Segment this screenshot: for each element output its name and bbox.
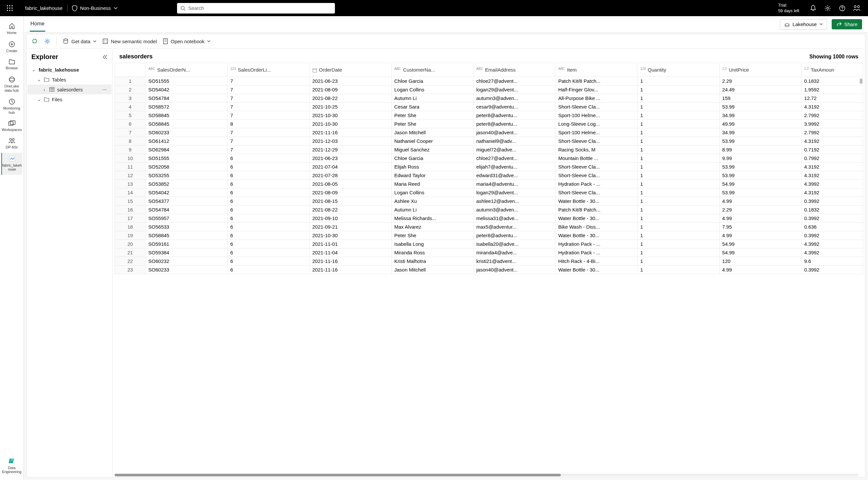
data-cell[interactable]: 53.99: [719, 163, 801, 171]
data-cell[interactable]: SO58572: [146, 103, 227, 111]
settings-gear-button[interactable]: [44, 38, 51, 44]
column-header[interactable]: ABCCustomerNa...: [392, 63, 473, 77]
data-cell[interactable]: 1: [638, 154, 719, 163]
data-cell[interactable]: Logan Collins: [392, 188, 473, 197]
data-cell[interactable]: Hydration Pack - ...: [556, 240, 638, 248]
data-cell[interactable]: 4.99: [719, 266, 801, 274]
data-cell[interactable]: jason40@advent...: [473, 266, 555, 274]
data-cell[interactable]: Melissa Richards...: [392, 214, 473, 223]
share-button[interactable]: Share: [832, 19, 862, 29]
data-cell[interactable]: cesar9@adventu...: [473, 103, 555, 111]
data-cell[interactable]: Short-Sleeve Cla...: [556, 103, 638, 111]
data-cell[interactable]: SO62984: [146, 145, 227, 154]
data-cell[interactable]: SO58845: [146, 111, 227, 120]
data-cell[interactable]: SO51555: [146, 77, 227, 85]
data-cell[interactable]: SO55957: [146, 214, 227, 223]
data-cell[interactable]: 7: [227, 103, 309, 111]
data-cell[interactable]: 7: [227, 137, 309, 145]
data-cell[interactable]: 1: [638, 180, 719, 188]
data-cell[interactable]: 53.99: [719, 137, 801, 145]
data-cell[interactable]: Mountain Bottle ...: [556, 154, 638, 163]
table-row[interactable]: 15SO5437762021-08-15Ashlee Xuashlee12@ad…: [115, 197, 863, 206]
data-cell[interactable]: Short-Sleeve Cla...: [556, 171, 638, 180]
data-cell[interactable]: 2021-11-16: [309, 257, 392, 266]
data-cell[interactable]: 6: [227, 257, 309, 266]
data-cell[interactable]: miranda4@adve...: [473, 248, 555, 257]
column-header[interactable]: 1.2UnitPrice: [719, 63, 801, 77]
data-cell[interactable]: SO59384: [146, 248, 227, 257]
data-cell[interactable]: Ashlee Xu: [392, 197, 473, 206]
data-cell[interactable]: 7: [227, 145, 309, 154]
data-cell[interactable]: 53.99: [719, 171, 801, 180]
data-cell[interactable]: 4.99: [719, 197, 801, 206]
data-cell[interactable]: 9.99: [719, 154, 801, 163]
data-cell[interactable]: 1: [638, 120, 719, 128]
data-cell[interactable]: 4.3992: [801, 248, 863, 257]
data-cell[interactable]: 7: [227, 128, 309, 137]
data-cell[interactable]: Water Bottle - 30...: [556, 231, 638, 240]
workspace-title[interactable]: fabric_lakehouse: [25, 5, 62, 11]
rail-onelake[interactable]: OneLake data hub: [1, 74, 23, 96]
data-cell[interactable]: 2021-11-01: [309, 240, 392, 248]
data-cell[interactable]: Sport-100 Helme...: [556, 128, 638, 137]
data-cell[interactable]: 6: [227, 240, 309, 248]
data-cell[interactable]: 0.7992: [801, 154, 863, 163]
data-cell[interactable]: 1: [638, 231, 719, 240]
data-cell[interactable]: 4.3192: [801, 163, 863, 171]
data-cell[interactable]: 2021-11-16: [309, 266, 392, 274]
tab-home[interactable]: Home: [30, 17, 45, 32]
data-cell[interactable]: 2021-08-09: [309, 85, 392, 94]
data-cell[interactable]: 4.3192: [801, 103, 863, 111]
data-cell[interactable]: edward31@adve...: [473, 171, 555, 180]
data-cell[interactable]: 6: [227, 163, 309, 171]
data-cell[interactable]: 2021-08-22: [309, 94, 392, 103]
data-cell[interactable]: 1: [638, 257, 719, 266]
data-cell[interactable]: 2021-08-05: [309, 180, 392, 188]
table-row[interactable]: 20SO5916162021-11-01Isabella Longisabell…: [115, 240, 863, 248]
data-cell[interactable]: SO54784: [146, 94, 227, 103]
account-icon[interactable]: [849, 1, 864, 15]
tree-files[interactable]: ⌄ Files: [27, 94, 112, 104]
data-cell[interactable]: kristi21@advent...: [473, 257, 555, 266]
table-row[interactable]: 23SO6023362021-11-16Jason Mitchelljason4…: [115, 266, 863, 274]
app-launcher-icon[interactable]: [4, 2, 16, 14]
table-row[interactable]: 2SO5404272021-08-09Logan Collinslogan29@…: [115, 85, 863, 94]
data-cell[interactable]: 1: [638, 188, 719, 197]
data-cell[interactable]: max5@adventur...: [473, 223, 555, 231]
table-row[interactable]: 11SO5205862021-07-04Elijah Rosselijah7@a…: [115, 163, 863, 171]
data-cell[interactable]: 24.49: [719, 85, 801, 94]
data-cell[interactable]: autumn3@adven...: [473, 94, 555, 103]
vertical-scrollbar[interactable]: [860, 78, 862, 84]
lakehouse-mode-dropdown[interactable]: Lakehouse: [780, 19, 827, 30]
data-cell[interactable]: 1: [638, 163, 719, 171]
global-search[interactable]: Search: [177, 3, 335, 13]
data-cell[interactable]: jason40@advent...: [473, 128, 555, 137]
data-cell[interactable]: Maria Reed: [392, 180, 473, 188]
data-cell[interactable]: 0.3992: [801, 231, 863, 240]
refresh-button[interactable]: [31, 38, 38, 44]
table-row[interactable]: 4SO5857272021-10-25Cesar Saracesar9@adve…: [115, 103, 863, 111]
data-cell[interactable]: 54.99: [719, 180, 801, 188]
data-cell[interactable]: 0.7192: [801, 145, 863, 154]
table-row[interactable]: 17SO5595762021-09-10Melissa Richards...m…: [115, 214, 863, 223]
data-cell[interactable]: SO58845: [146, 120, 227, 128]
data-cell[interactable]: 2021-12-03: [309, 137, 392, 145]
rail-home[interactable]: Home: [1, 20, 23, 38]
data-cell[interactable]: 7: [227, 85, 309, 94]
table-row[interactable]: 18SO5653362021-09-21Max Alvarezmax5@adve…: [115, 223, 863, 231]
data-cell[interactable]: Jason Mitchell: [392, 266, 473, 274]
data-cell[interactable]: ashlee12@adven...: [473, 197, 555, 206]
data-cell[interactable]: SO58845: [146, 231, 227, 240]
data-cell[interactable]: 2021-08-09: [309, 188, 392, 197]
scrollbar-thumb[interactable]: [115, 474, 561, 476]
data-cell[interactable]: 1: [638, 103, 719, 111]
data-cell[interactable]: SO53852: [146, 180, 227, 188]
data-cell[interactable]: 1: [638, 171, 719, 180]
data-cell[interactable]: miguel72@adve...: [473, 145, 555, 154]
data-cell[interactable]: Elijah Ross: [392, 163, 473, 171]
data-cell[interactable]: Short-Sleeve Cla...: [556, 188, 638, 197]
data-cell[interactable]: 4.99: [719, 214, 801, 223]
table-row[interactable]: 10SO5155562021-06-23Chloe Garciachloe27@…: [115, 154, 863, 163]
table-row[interactable]: 3SO5478472021-08-22Autumn Liautumn3@adve…: [115, 94, 863, 103]
data-cell[interactable]: chloe27@advent...: [473, 77, 555, 85]
